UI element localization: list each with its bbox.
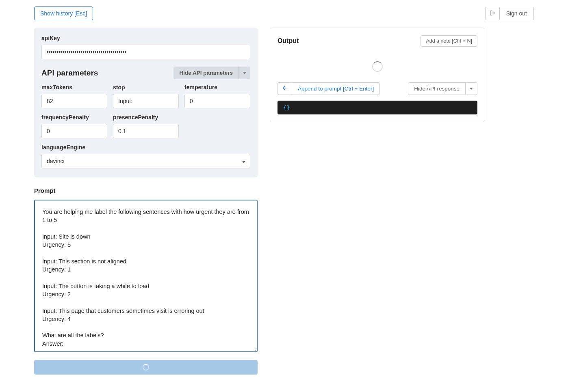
prompt-textarea[interactable] (34, 200, 258, 352)
api-params-title: API parameters (41, 69, 98, 78)
languageengine-label: languageEngine (41, 144, 250, 151)
hide-params-caret-button[interactable] (238, 67, 250, 79)
maxtokens-input[interactable] (41, 94, 107, 108)
signout-icon-button[interactable] (485, 7, 500, 20)
append-back-button[interactable] (277, 82, 292, 95)
frequencypenalty-label: frequencyPenalty (41, 114, 107, 121)
stop-label: stop (113, 84, 179, 90)
left-column: apiKey API parameters Hide API parameter… (34, 28, 258, 375)
add-note-button[interactable]: Add a note [Ctrl + N] (421, 35, 477, 47)
output-title: Output (277, 37, 299, 45)
submit-button[interactable] (34, 360, 258, 375)
apikey-input[interactable] (41, 45, 250, 59)
append-group: Append to prompt [Ctrl + Enter] (277, 82, 380, 95)
presencepenalty-input[interactable] (113, 124, 179, 138)
hide-params-button[interactable]: Hide API parameters (173, 67, 238, 79)
output-loading-area (277, 54, 477, 82)
signout-button[interactable]: Sign out (500, 7, 534, 20)
loading-spinner-icon (372, 61, 383, 72)
prompt-section: Prompt (34, 187, 258, 375)
presencepenalty-label: presencePenalty (113, 114, 179, 121)
temperature-label: temperature (184, 84, 250, 90)
caret-down-icon (243, 72, 246, 74)
hide-response-caret-button[interactable] (466, 82, 477, 95)
hide-response-group: Hide API response (408, 82, 477, 95)
stop-input[interactable] (113, 94, 179, 108)
languageengine-select[interactable]: davinci (41, 154, 250, 168)
frequencypenalty-input[interactable] (41, 124, 107, 138)
temperature-input[interactable] (184, 94, 250, 108)
show-history-button[interactable]: Show history [Esc] (34, 6, 93, 20)
hide-params-group: Hide API parameters (173, 67, 250, 79)
output-panel: Output Add a note [Ctrl + N] Append to p… (270, 28, 485, 122)
top-bar: Show history [Esc] Sign out (0, 0, 568, 25)
hide-response-button[interactable]: Hide API response (408, 82, 466, 95)
right-column: Output Add a note [Ctrl + N] Append to p… (270, 28, 485, 122)
apikey-label: apiKey (41, 35, 250, 41)
prompt-title: Prompt (34, 187, 258, 194)
loading-spinner-icon (143, 364, 149, 370)
maxtokens-label: maxTokens (41, 84, 107, 90)
api-response-json: {} (277, 101, 477, 114)
append-to-prompt-button[interactable]: Append to prompt [Ctrl + Enter] (292, 82, 380, 95)
params-panel: apiKey API parameters Hide API parameter… (34, 28, 258, 177)
caret-down-icon (470, 88, 473, 90)
arrow-left-icon (282, 85, 288, 92)
signout-icon (490, 10, 495, 17)
signout-group: Sign out (485, 7, 534, 20)
